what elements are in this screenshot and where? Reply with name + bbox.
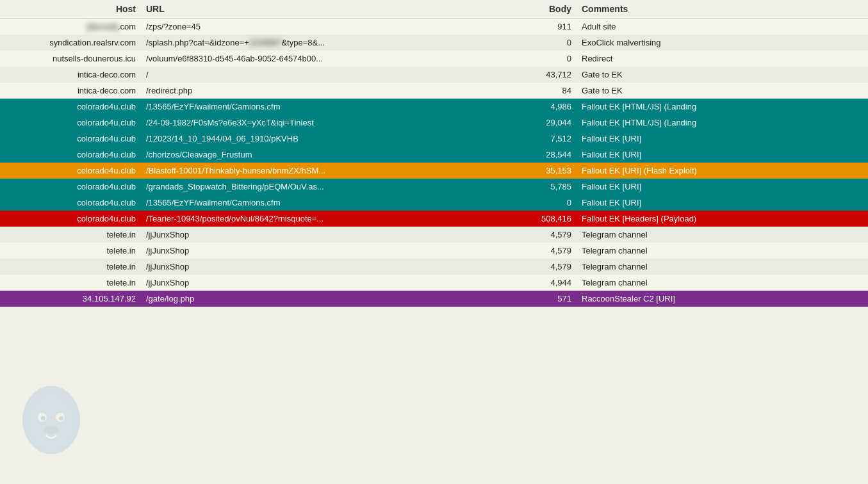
cell-host: colorado4u.club	[0, 163, 141, 179]
cell-comments: Fallout EK [URI]	[577, 195, 868, 211]
cell-host: syndication.realsrv.com	[0, 35, 141, 51]
cell-host: colorado4u.club	[0, 147, 141, 163]
cell-host: colorado4u.club	[0, 115, 141, 131]
table-row: colorado4u.club/Blastoff-10001/Thinkably…	[0, 163, 868, 179]
cell-host: colorado4u.club	[0, 179, 141, 195]
cell-host: telete.in	[0, 275, 141, 291]
cell-url: /	[141, 67, 512, 83]
cell-body: 4,986	[512, 99, 577, 115]
column-header-host: Host	[0, 0, 141, 19]
svg-point-3	[26, 394, 76, 451]
cell-body: 571	[512, 291, 577, 307]
cell-body: 4,944	[512, 275, 577, 291]
svg-point-1	[29, 396, 47, 417]
cell-host: intica-deco.com	[0, 83, 141, 99]
table-row: telete.in/jjJunxShop4,579Telegram channe…	[0, 259, 868, 275]
cell-host: colorado4u.club	[0, 195, 141, 211]
cell-body: 0	[512, 35, 577, 51]
cell-host: colorado4u.club	[0, 131, 141, 147]
table-row: 34.105.147.92/gate/log.php571RaccoonStea…	[0, 291, 868, 307]
table-row: colorado4u.club/Tearier-10943/posited/ov…	[0, 211, 868, 227]
table-row: colorado4u.club/12023/14_10_1944/04_06_1…	[0, 131, 868, 147]
column-header-body: Body	[512, 0, 577, 19]
cell-comments: RaccoonStealer C2 [URI]	[577, 291, 868, 307]
table-row: telete.in/jjJunxShop4,944Telegram channe…	[0, 275, 868, 291]
cell-comments: Telegram channel	[577, 275, 868, 291]
cell-comments: Redirect	[577, 51, 868, 67]
cell-host: telete.in	[0, 227, 141, 243]
cell-url: /12023/14_10_1944/04_06_1910/pKVHB	[141, 131, 512, 147]
svg-point-7	[59, 416, 63, 421]
cell-comments: Gate to EK	[577, 67, 868, 83]
table-row: intica-deco.com/43,712Gate to EK	[0, 67, 868, 83]
cell-body: 29,044	[512, 115, 577, 131]
svg-point-6	[41, 416, 45, 421]
cell-body: 5,785	[512, 179, 577, 195]
svg-point-4	[38, 413, 47, 422]
cell-comments: Fallout EK [URI] (Flash Exploit)	[577, 163, 868, 179]
cell-url: /gate/log.php	[141, 291, 512, 307]
cell-url: /13565/EzYF/wailment/Camions.cfm	[141, 99, 512, 115]
cell-url: /voluum/e6f88310-d545-46ab-9052-64574b00…	[141, 51, 512, 67]
cell-host: telete.in	[0, 259, 141, 275]
cell-body: 4,579	[512, 259, 577, 275]
cell-comments: Fallout EK [HTML/JS] (Landing	[577, 99, 868, 115]
table-row: colorado4u.club/grandads_Stopwatch_Bitte…	[0, 179, 868, 195]
column-header-comments: Comments	[577, 0, 868, 19]
cell-url: /Tearier-10943/posited/ovNul/8642?misquo…	[141, 211, 512, 227]
cell-host: colorado4u.club	[0, 99, 141, 115]
svg-point-8	[44, 425, 58, 434]
cell-url: /jjJunxShop	[141, 243, 512, 259]
cell-comments: Gate to EK	[577, 83, 868, 99]
cell-body: 43,712	[512, 67, 577, 83]
cell-body: 508,416	[512, 211, 577, 227]
cell-body: 0	[512, 195, 577, 211]
cell-url: /chorizos/Cleavage_Frustum	[141, 147, 512, 163]
table-row: nutsells-dounerous.icu/voluum/e6f88310-d…	[0, 51, 868, 67]
table-row: colorado4u.club/24-09-1982/F0sMs?e6e3X=y…	[0, 115, 868, 131]
cell-url: /redirect.php	[141, 83, 512, 99]
cell-body: 0	[512, 51, 577, 67]
cell-url: /24-09-1982/F0sMs?e6e3X=yXcT&iqi=Tiniest	[141, 115, 512, 131]
cell-comments: Telegram channel	[577, 259, 868, 275]
cell-body: 4,579	[512, 227, 577, 243]
cell-url: /Blastoff-10001/Thinkably-bunsen/bnmZX/h…	[141, 163, 512, 179]
table-row: intica-deco.com/redirect.php84Gate to EK	[0, 83, 868, 99]
table-row: syndication.realsrv.com/splash.php?cat=&…	[0, 35, 868, 51]
cell-comments: Fallout EK [URI]	[577, 179, 868, 195]
cell-host: 34.105.147.92	[0, 291, 141, 307]
cell-body: 84	[512, 83, 577, 99]
cell-comments: Telegram channel	[577, 227, 868, 243]
cell-comments: Fallout EK [URI]	[577, 131, 868, 147]
cell-url: /zps/?zone=45	[141, 19, 512, 35]
watermark-logo	[6, 380, 96, 471]
cell-host: colorado4u.club	[0, 211, 141, 227]
cell-comments: Fallout EK [URI]	[577, 147, 868, 163]
svg-point-2	[56, 396, 74, 417]
cell-comments: Adult site	[577, 19, 868, 35]
cell-body: 4,579	[512, 243, 577, 259]
cell-url: /jjJunxShop	[141, 227, 512, 243]
cell-url: /splash.php?cat=&idzone=+1234567&type=8&…	[141, 35, 512, 51]
cell-host: nutsells-dounerous.icu	[0, 51, 141, 67]
cell-body: 35,153	[512, 163, 577, 179]
cell-host: intica-deco.com	[0, 67, 141, 83]
table-row: colorado4u.club/chorizos/Cleavage_Frustu…	[0, 147, 868, 163]
cell-comments: Telegram channel	[577, 243, 868, 259]
svg-point-5	[56, 413, 65, 422]
cell-url: /jjJunxShop	[141, 275, 512, 291]
cell-url: /13565/EzYF/wailment/Camions.cfm	[141, 195, 512, 211]
cell-comments: ExoClick malvertising	[577, 35, 868, 51]
table-row: colorado4u.club/13565/EzYF/wailment/Cami…	[0, 195, 868, 211]
table-row: telete.in/jjJunxShop4,579Telegram channe…	[0, 227, 868, 243]
svg-point-0	[22, 386, 80, 454]
cell-host: telete.in	[0, 243, 141, 259]
network-traffic-table: Host URL Body Comments [blurred].com/zps…	[0, 0, 868, 307]
cell-url: /jjJunxShop	[141, 259, 512, 275]
column-header-url: URL	[141, 0, 512, 19]
cell-body: 28,544	[512, 147, 577, 163]
cell-url: /grandads_Stopwatch_Bittering/pEQM/OuV.a…	[141, 179, 512, 195]
cell-comments: Fallout EK [HTML/JS] (Landing	[577, 115, 868, 131]
cell-body: 911	[512, 19, 577, 35]
cell-host: [blurred].com	[0, 19, 141, 35]
